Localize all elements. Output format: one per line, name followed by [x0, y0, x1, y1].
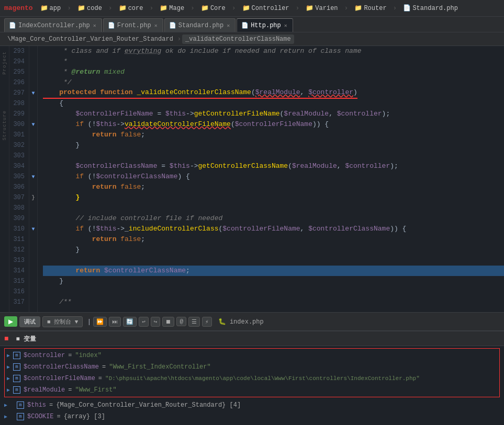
code-line-312: } [43, 245, 504, 255]
toolbar-app[interactable]: 📁 app [38, 3, 63, 13]
var-controllerfilename-310: $controllerFileName [222, 224, 300, 234]
ln-293: 293 [9, 46, 25, 56]
debug-icon-9[interactable]: ⚡ [202, 317, 212, 327]
sidebar-project-label[interactable]: Project [2, 51, 7, 75]
breadcrumb-method[interactable]: _validateControllerClassName [182, 35, 294, 44]
var-icon-controller: m [13, 352, 20, 359]
gutter-294 [29, 56, 37, 67]
gutter-307[interactable]: } [29, 192, 37, 203]
kw-return-306: return [92, 182, 117, 192]
sep2: › [108, 4, 113, 12]
var-expand-controllerfilename: ▶ [7, 375, 10, 382]
var-val-realmodule: "Www_First" [75, 386, 116, 394]
breadcrumb-class[interactable]: \Mage_Core_Controller_Varien_Router_Stan… [4, 35, 176, 44]
code-line-310: if (!$this->_includeControllerClass($con… [43, 224, 504, 234]
gutter-314 [29, 266, 37, 276]
var-name-cookie: $COOKIE [27, 413, 53, 420]
gutter-300[interactable]: ▼ [29, 119, 37, 130]
tab-httpphp-close[interactable]: ✕ [284, 22, 287, 29]
var-row-this[interactable]: ▶ m $this = {Mage_Core_Controller_Varien… [4, 399, 500, 411]
toolbar-standard-php[interactable]: 📄 Standard.php [401, 3, 460, 13]
debug-icon-4[interactable]: ↩ [139, 317, 149, 327]
var-name-controllerclassname: $controllerClassName [24, 363, 99, 371]
var-eq-realmodule: = [68, 386, 72, 394]
var-eq-controller: = [68, 352, 72, 359]
var-realmodule-304: $realModule [292, 161, 337, 171]
sep6: › [296, 4, 300, 12]
var-row-realmodule[interactable]: ▶ m $realModule = "Www_First" [7, 384, 497, 396]
toolbar-varien[interactable]: 📁 Varien [304, 3, 340, 13]
var-row-controllerfilename[interactable]: ▶ m $controllerFileName = "D:\phpsuit\ap… [7, 373, 497, 384]
debug-icon-6[interactable]: ⏹ [162, 317, 174, 327]
var-controllerfilename: $controllerFileName [75, 109, 153, 119]
var-expand-realmodule: ▶ [7, 387, 10, 393]
toolbar-core[interactable]: 📁 core [117, 3, 145, 13]
close-brace-307-code: } [75, 192, 80, 203]
var-icon-controllerclassname: m [13, 363, 20, 371]
toolbar-mage[interactable]: 📁 Mage [158, 3, 186, 13]
this-ref-300: $this [96, 119, 116, 130]
debug-tab[interactable]: 调试 [19, 316, 40, 327]
gutter-299 [29, 109, 37, 119]
collapse-arrow-305[interactable]: ▼ [31, 174, 35, 180]
debug-icon-7[interactable]: @ [176, 317, 186, 326]
debug-icon-1[interactable]: ⏩ [93, 317, 107, 327]
collapse-arrow-300[interactable]: ▼ [31, 122, 35, 128]
gutter-305[interactable]: ▼ [29, 171, 37, 182]
code-area: 293 294 295 296 297 298 299 300 301 302 … [9, 46, 504, 312]
tab-frontphp-close[interactable]: ✕ [154, 22, 158, 29]
tab-indexcontroller-close[interactable]: ✕ [93, 22, 96, 29]
tab-indexcontroller[interactable]: 📄 IndexController.php ✕ [4, 18, 102, 32]
gutter-295 [29, 67, 37, 77]
folder-code-icon: 📁 [77, 4, 85, 12]
console-tab[interactable]: ■ 控制台 ▼ [42, 316, 83, 327]
code-line-304: $controllerClassName = $this->getControl… [43, 161, 504, 171]
tab-frontphp[interactable]: 📄 Front.php ✕ [103, 18, 163, 32]
var-realmodule-299: $realModule [284, 109, 329, 119]
collapse-arrow-297[interactable]: ▼ [31, 90, 35, 96]
sidebar-structure-label[interactable]: Structure [2, 110, 7, 141]
sep1: › [67, 4, 71, 12]
code-line-305: if (!$controllerClassName) { [43, 171, 504, 182]
var-name-realmodule: $realModule [24, 386, 65, 394]
gutter-302 [29, 140, 37, 151]
ln-315: 315 [9, 276, 25, 286]
ln-296: 296 [9, 77, 25, 88]
folder-varien-icon: 📁 [306, 4, 313, 12]
collapse-arrow-310[interactable]: ▼ [31, 226, 35, 232]
var-icon-cookie: m [17, 413, 24, 420]
var-val-cookie: {array} [3] [64, 413, 105, 420]
gutter-310[interactable]: ▼ [29, 224, 37, 234]
toolbar-code[interactable]: 📁 code [75, 3, 104, 13]
var-row-controller[interactable]: ▶ m $controller = "index" [7, 350, 497, 361]
code-line-308 [43, 203, 504, 213]
tab-httpphp[interactable]: 📄 Http.php ✕ [237, 18, 293, 32]
var-row-controllerclassname[interactable]: ▶ m $controllerClassName = "Www_First_In… [7, 361, 497, 373]
folder-mage-icon: 📁 [160, 4, 167, 12]
kw-function: function [100, 88, 132, 96]
debug-icon-3[interactable]: 🔄 [123, 317, 137, 327]
toolbar-router[interactable]: 📁 Router [352, 3, 388, 13]
ln-316: 316 [9, 286, 25, 297]
folder-router-icon: 📁 [354, 4, 362, 12]
gutter: ▼ ▼ ▼ } ▼ [29, 46, 38, 312]
tab-standardphp[interactable]: 📄 Standard.php ✕ [164, 18, 236, 32]
code-line-307: } [43, 192, 504, 203]
debug-icon-8[interactable]: ☰ [188, 317, 200, 327]
var-controllerclassname: $controllerClassName [75, 161, 157, 171]
ln-297: 297 [9, 88, 25, 98]
debug-icon-2[interactable]: ⏭ [109, 317, 121, 327]
var-row-cookie[interactable]: ▶ m $COOKIE = {array} [3] [4, 411, 500, 422]
tab-standardphp-close[interactable]: ✕ [227, 22, 230, 29]
var-eq-controllerclassname: = [102, 363, 106, 371]
debug-icon-5[interactable]: ↪ [151, 317, 161, 327]
var-val-controller: "index" [75, 352, 101, 359]
toolbar-core2[interactable]: 📁 Core [199, 3, 228, 13]
code-line-306: return false; [43, 182, 504, 192]
ln-304: 304 [9, 161, 25, 171]
toolbar-controller[interactable]: 📁 Controller [240, 3, 292, 13]
code-line-293: * class and if evrything ok do include i… [43, 46, 504, 56]
run-debug-button[interactable]: ▶ [4, 316, 17, 327]
kw-false-306: false [120, 182, 141, 192]
gutter-297[interactable]: ▼ [29, 88, 37, 98]
